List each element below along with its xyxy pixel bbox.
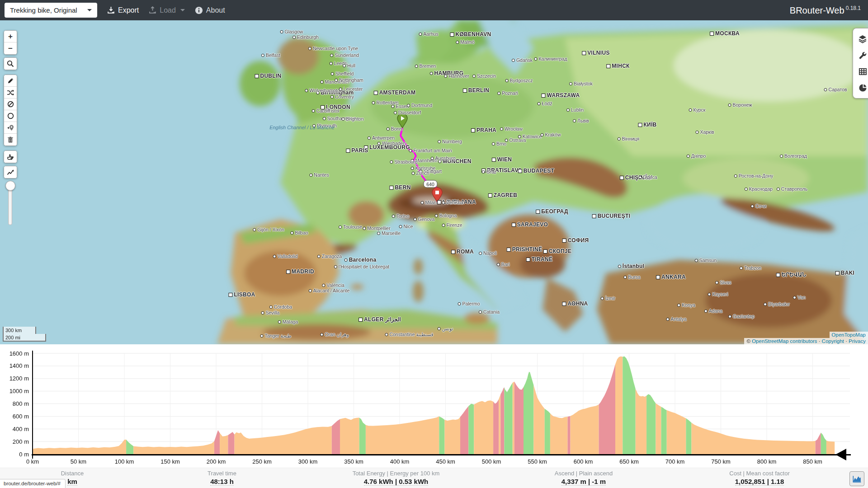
load-label: Load [160, 6, 176, 14]
about-button[interactable]: About [195, 6, 225, 14]
elevation-area-segment [366, 416, 439, 454]
svg-text:1200 m: 1200 m [9, 375, 29, 382]
chart-end-arrow-icon[interactable] [835, 449, 846, 460]
elevation-area-segment [460, 406, 468, 454]
elevation-area-segment [545, 408, 550, 454]
svg-text:500 km: 500 km [482, 458, 501, 465]
nogo-circle-button[interactable] [4, 110, 17, 122]
stat-energy: Total Energy | Energy per 100 km 4.76 kW… [324, 470, 468, 485]
elevation-area-segment [228, 432, 234, 454]
elevation-chart-button[interactable] [4, 166, 17, 178]
elevation-area-segment [821, 433, 826, 454]
pencil-icon [7, 77, 14, 84]
svg-text:200 m: 200 m [13, 438, 29, 445]
export-button[interactable]: Export [107, 6, 139, 14]
elevation-area-segment [550, 413, 568, 454]
svg-text:350 km: 350 km [344, 458, 363, 465]
svg-text:50 km: 50 km [71, 458, 86, 465]
nogo-button[interactable] [4, 99, 17, 110]
svg-text:650 km: 650 km [619, 458, 639, 465]
stat-cost: Cost | Mean cost factor 1,052,851 | 1.18 [687, 470, 832, 485]
elevation-area-segment [220, 433, 228, 454]
hand-icon [7, 153, 14, 160]
svg-text:450 km: 450 km [436, 458, 455, 465]
trash-icon [7, 136, 14, 143]
plus-icon: + [8, 33, 13, 40]
privacy-link[interactable]: Privacy [849, 338, 866, 344]
elevation-area-segment [656, 403, 661, 454]
profile-select[interactable]: Trekking bike, Original [5, 3, 97, 18]
elevation-area-segment [816, 433, 821, 454]
svg-text:150 km: 150 km [160, 458, 180, 465]
draw-route-button[interactable] [4, 75, 17, 87]
circle-icon [7, 113, 14, 119]
elevation-area-segment [133, 441, 214, 454]
copyright-link[interactable]: Copyright [822, 338, 844, 344]
search-button[interactable] [4, 58, 17, 70]
map-canvas[interactable]: 640 МОСКВАKØBENHAVNVILNIUSМІНСКDUBLINHAM… [0, 20, 868, 344]
svg-text:100 km: 100 km [115, 458, 134, 465]
osm-contributors-link[interactable]: OpenStreetMap contributors [752, 338, 817, 344]
profile-settings-button[interactable] [855, 47, 868, 63]
poi-button[interactable] [4, 122, 17, 134]
data-table-button[interactable] [855, 64, 868, 79]
elevation-area-segment [214, 430, 220, 454]
opentopomap-link[interactable]: OpenTopoMap [832, 332, 866, 338]
elevation-area-segment [571, 404, 599, 454]
svg-text:1600 m: 1600 m [9, 350, 29, 357]
elevation-area-segment [514, 381, 524, 454]
svg-text:200 km: 200 km [207, 458, 226, 465]
ban-icon [7, 101, 14, 108]
elevation-area-segment [359, 418, 366, 454]
shuffle-icon [7, 89, 14, 96]
svg-text:0 km: 0 km [26, 458, 39, 465]
elevation-area-segment [661, 407, 667, 454]
elevation-area-segment [692, 423, 816, 454]
elevation-area-segment [340, 418, 359, 454]
scale-mi: 200 mi [3, 334, 46, 342]
zoom-control: + − [4, 30, 17, 55]
route-stats-bar: Distance km Travel time 48:13 h Total En… [0, 468, 868, 488]
svg-text:800 m: 800 m [13, 400, 29, 407]
area-chart-icon [852, 474, 862, 483]
elevation-area-segment [623, 357, 635, 454]
stat-travel-time: Travel time 48:13 h [150, 470, 294, 485]
layers-button[interactable] [855, 31, 868, 47]
drag-mode-button[interactable] [4, 151, 17, 163]
zoom-out-button[interactable]: − [4, 42, 17, 54]
delete-route-button[interactable] [4, 134, 17, 145]
stat-ascend: Ascend | Plain ascend 4,337 m | -1 m [511, 470, 656, 485]
brouter-web-app: Trekking bike, Original Export Load [0, 0, 868, 488]
line-chart-icon [7, 169, 14, 176]
reverse-route-button[interactable] [4, 87, 17, 99]
elevation-area-segment [504, 383, 512, 454]
elevation-toggle-button[interactable] [849, 471, 864, 486]
elevation-profile-panel[interactable]: 0 m200 m400 m600 m800 m1000 m1200 m1400 … [0, 344, 868, 468]
elevation-area-segment [500, 387, 504, 454]
elevation-area-segment [468, 404, 474, 455]
chevron-down-icon [87, 9, 92, 11]
svg-text:550 km: 550 km [528, 458, 547, 465]
opacity-slider-knob[interactable] [5, 181, 15, 191]
elevation-chart[interactable]: 0 m200 m400 m600 m800 m1000 m1200 m1400 … [0, 344, 868, 468]
minus-icon: − [8, 45, 13, 52]
svg-text:600 km: 600 km [574, 458, 593, 465]
elevation-area-segment [636, 389, 646, 454]
statistics-button[interactable] [855, 80, 868, 95]
app-version: 0.18.1 [846, 5, 861, 11]
elevation-area-segment [615, 357, 623, 454]
svg-text:1400 m: 1400 m [9, 362, 29, 369]
elevation-area-segment [568, 416, 571, 454]
zoom-in-button[interactable]: + [4, 31, 17, 42]
svg-text:700 km: 700 km [665, 458, 685, 465]
opacity-slider[interactable] [5, 181, 14, 226]
svg-text:300 km: 300 km [298, 458, 318, 465]
elevation-area-segment [493, 399, 499, 455]
about-label: About [206, 6, 225, 14]
load-button[interactable]: Load [149, 6, 185, 14]
svg-text:600 m: 600 m [13, 413, 29, 420]
elevation-area-segment [439, 416, 444, 454]
chevron-down-icon [180, 9, 185, 11]
pie-chart-icon [859, 84, 867, 92]
elevation-area-segment [826, 441, 835, 454]
